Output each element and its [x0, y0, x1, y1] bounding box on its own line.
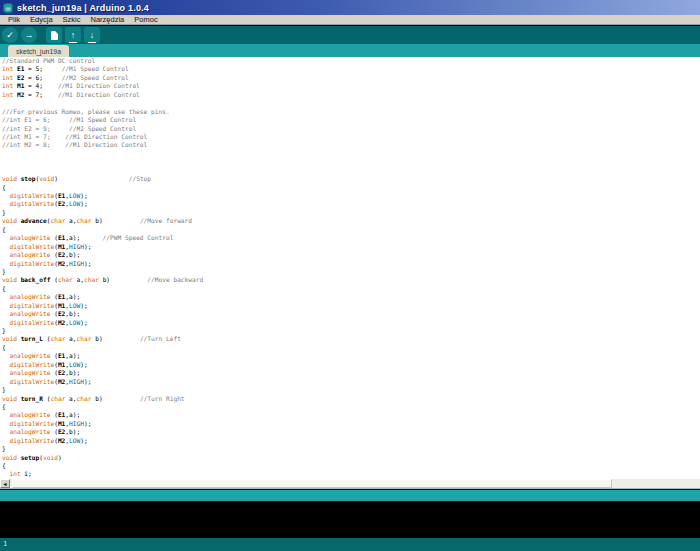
code-line: {: [2, 462, 700, 470]
code-line: ///For previous Romeo, please use these …: [2, 108, 700, 116]
menu-item-pomoc[interactable]: Pomoc: [129, 15, 162, 24]
code-line: analogWrite (E2,b);: [2, 251, 700, 259]
code-line: digitalWrite(M1,LOW);: [2, 302, 700, 310]
console-output: [0, 501, 700, 538]
code-line: analogWrite (E1,a); //PWM Speed Control: [2, 234, 700, 242]
code-line: digitalWrite(M2,HIGH);: [2, 378, 700, 386]
line-number-indicator: 1: [0, 538, 700, 551]
code-line: [2, 99, 700, 107]
code-line: void setup(void): [2, 454, 700, 462]
scrollbar-thumb[interactable]: [12, 479, 612, 488]
check-icon: ✓: [6, 27, 14, 43]
window-title: sketch_jun19a | Arduino 1.0.4: [17, 3, 149, 13]
scroll-left-arrow-icon[interactable]: ◄: [0, 479, 10, 488]
upload-button[interactable]: →: [21, 27, 37, 43]
code-line: int i;: [2, 470, 700, 478]
code-line: [2, 150, 700, 158]
code-line: [2, 158, 700, 166]
code-line: analogWrite (E2,b);: [2, 428, 700, 436]
code-line: }: [2, 327, 700, 335]
code-line: {: [2, 403, 700, 411]
toolbar: ✓ → ↑ ↓: [0, 26, 700, 44]
code-line: void back_off (char a,char b) //Move bac…: [2, 276, 700, 284]
code-line: analogWrite (E1,a);: [2, 411, 700, 419]
code-line: //int E1 = 6; //M1 Speed Control: [2, 116, 700, 124]
code-line: analogWrite (E2,b);: [2, 369, 700, 377]
horizontal-scrollbar[interactable]: ◄: [0, 479, 700, 489]
status-bar: [0, 490, 700, 501]
code-line: }: [2, 386, 700, 394]
menu-item-edycja[interactable]: Edycja: [25, 15, 58, 24]
menu-bar: PlikEdycjaSzkicNarzędziaPomoc: [0, 15, 700, 25]
code-line: }: [2, 445, 700, 453]
menu-item-szkic[interactable]: Szkic: [58, 15, 86, 24]
code-line: }: [2, 209, 700, 217]
code-line: //int E2 = 9; //M2 Speed Control: [2, 125, 700, 133]
tab-sketch-jun19a[interactable]: sketch_jun19a: [8, 45, 69, 57]
code-line: //int M1 = 7; //M1 Direction Control: [2, 133, 700, 141]
code-line: void turn_R (char a,char b) //Turn Right: [2, 395, 700, 403]
code-line: analogWrite (E1,a);: [2, 293, 700, 301]
document-icon: [51, 31, 58, 40]
code-line: digitalWrite(M1,LOW);: [2, 361, 700, 369]
code-editor[interactable]: //Standard PWM DC controlint E1 = 5; //M…: [0, 57, 700, 479]
code-line: digitalWrite(M2,LOW);: [2, 319, 700, 327]
code-line: {: [2, 226, 700, 234]
code-line: analogWrite (E2,b);: [2, 310, 700, 318]
code-line: digitalWrite(M2,HIGH);: [2, 260, 700, 268]
arduino-app-icon: ∞: [3, 3, 13, 13]
menu-item-narzdzia[interactable]: Narzędzia: [86, 15, 130, 24]
verify-button[interactable]: ✓: [2, 27, 18, 43]
code-line: [2, 167, 700, 175]
code-line: digitalWrite(M2,LOW);: [2, 437, 700, 445]
code-line: digitalWrite(E2,LOW);: [2, 200, 700, 208]
code-line: {: [2, 344, 700, 352]
code-line: }: [2, 268, 700, 276]
code-line: int E2 = 6; //M2 Speed Control: [2, 74, 700, 82]
arrow-down-icon: ↓: [88, 27, 96, 43]
code-line: {: [2, 184, 700, 192]
code-line: digitalWrite(M1,HIGH);: [2, 420, 700, 428]
new-sketch-button[interactable]: [46, 27, 62, 43]
arrow-up-icon: ↑: [69, 27, 77, 43]
arduino-ide-window: ∞ sketch_jun19a | Arduino 1.0.4 PlikEdyc…: [0, 0, 700, 551]
code-line: analogWrite (E1,a);: [2, 352, 700, 360]
code-line: //Standard PWM DC control: [2, 57, 700, 65]
code-line: {: [2, 285, 700, 293]
tab-bar: sketch_jun19a: [0, 44, 700, 57]
code-line: int M1 = 4; //M1 Direction Control: [2, 82, 700, 90]
title-bar[interactable]: ∞ sketch_jun19a | Arduino 1.0.4: [0, 0, 700, 15]
code-line: int M2 = 7; //M1 Direction Control: [2, 91, 700, 99]
code-line: void turn_L (char a,char b) //Turn Left: [2, 335, 700, 343]
code-line: int E1 = 5; //M1 Speed Control: [2, 65, 700, 73]
code-line: //int M2 = 8; //M1 Direction Control: [2, 141, 700, 149]
arrow-right-icon: →: [25, 27, 34, 43]
open-sketch-button[interactable]: ↑: [65, 27, 81, 43]
code-line: digitalWrite(M1,HIGH);: [2, 243, 700, 251]
save-sketch-button[interactable]: ↓: [84, 27, 100, 43]
code-line: void advance(char a,char b) //Move forwa…: [2, 217, 700, 225]
code-line: digitalWrite(E1,LOW);: [2, 192, 700, 200]
code-line: void stop(void) //Stop: [2, 175, 700, 183]
menu-item-plik[interactable]: Plik: [3, 15, 25, 24]
